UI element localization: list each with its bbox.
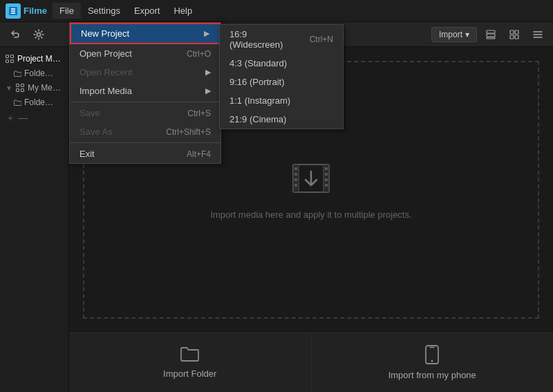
- dropdown-overlay: New Project ▶ 16:9 (Widescreen) Ctrl+N 4…: [0, 0, 553, 392]
- chevron-right-icon-2: ▶: [205, 68, 211, 77]
- file-menu: New Project ▶ 16:9 (Widescreen) Ctrl+N 4…: [69, 22, 221, 164]
- menu-item-save-as[interactable]: Save As Ctrl+Shift+S: [70, 122, 221, 141]
- new-project-submenu: 16:9 (Widescreen) Ctrl+N 4:3 (Standard) …: [219, 24, 344, 129]
- menu-item-import-media[interactable]: Import Media ▶: [70, 82, 221, 100]
- submenu-item-1-1[interactable]: 1:1 (Instagram): [220, 91, 343, 110]
- submenu-item-16-9[interactable]: 16:9 (Widescreen) Ctrl+N: [220, 25, 343, 54]
- menu-item-open-recent[interactable]: Open Recent ▶: [70, 63, 221, 82]
- chevron-right-icon: ▶: [204, 29, 209, 38]
- menu-item-exit[interactable]: Exit Alt+F4: [70, 144, 221, 163]
- menu-separator-2: [70, 142, 221, 143]
- submenu-item-4-3[interactable]: 4:3 (Standard): [220, 54, 343, 73]
- menu-item-save[interactable]: Save Ctrl+S: [70, 104, 221, 122]
- submenu-item-21-9[interactable]: 21:9 (Cinema): [220, 110, 343, 129]
- menu-item-open-project[interactable]: Open Project Ctrl+O: [70, 44, 221, 63]
- menu-separator-1: [70, 102, 221, 102]
- menu-item-new-project[interactable]: New Project ▶ 16:9 (Widescreen) Ctrl+N 4…: [70, 23, 221, 44]
- submenu-item-9-16[interactable]: 9:16 (Portrait): [220, 73, 343, 91]
- chevron-right-icon-3: ▶: [205, 86, 211, 95]
